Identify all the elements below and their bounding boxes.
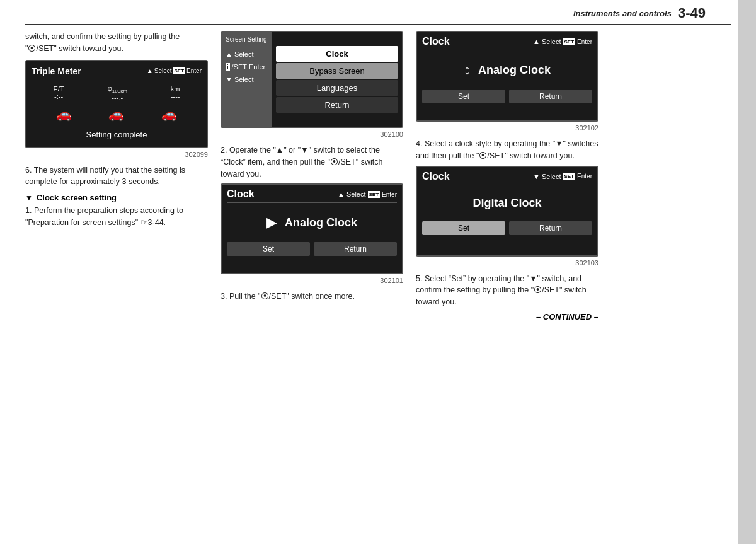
km-value: ---- (171, 93, 180, 100)
enter-label3: Enter (382, 191, 397, 198)
middle-column: Screen Setting ▲ Select i /SET Enter ▼ S… (220, 31, 403, 321)
clock-screen4-box: Clock ▲ Select SET Enter ↕ Analog Clock … (416, 31, 598, 122)
clock-header5: Clock ▼ Select SET Enter (422, 171, 592, 185)
step3-text: 3. Pull the "⦿/SET" switch once more. (220, 291, 403, 303)
enter-label4: Enter (577, 38, 592, 45)
down-arrow-icon: ▼ (533, 173, 540, 180)
clock-header3: Clock ▲ Select SET Enter (227, 188, 397, 203)
menu-item-clock: Clock (276, 46, 398, 62)
triple-meter-title-row: Triple Meter ▲ Select SET Enter (32, 66, 202, 79)
down-triangle-icon: ▼ (25, 194, 33, 202)
clock-section-heading: ▼ Clock screen setting (25, 193, 208, 202)
clock-type5: Digital Clock (472, 197, 541, 210)
clock-title4: Clock (422, 36, 450, 47)
page-number: 3-49 (678, 5, 706, 21)
screen3-caption: 302101 (220, 277, 403, 284)
step2-text: 2. Operate the "▲" or "▼" switch to sele… (220, 144, 403, 180)
triple-meter-screen: Triple Meter ▲ Select SET Enter E/T -:--… (26, 61, 207, 147)
down-arrow-icon: ▼ (226, 76, 232, 83)
car-icon-1: 🚗 (56, 107, 72, 122)
select-label4: Select (542, 38, 561, 45)
menu-left-panel: Screen Setting ▲ Select i /SET Enter ▼ S… (222, 32, 272, 127)
clock-screen5: Clock ▼ Select SET Enter Digital Clock S… (417, 167, 597, 255)
clock-screen3: Clock ▲ Select SET Enter ▶ Analog Clock … (222, 185, 402, 273)
clock-screen4: Clock ▲ Select SET Enter ↕ Analog Clock … (417, 32, 597, 120)
select-label5: Select (542, 173, 561, 180)
clock-type3: Analog Clock (285, 216, 357, 229)
screen-setting-box: Screen Setting ▲ Select i /SET Enter ▼ S… (220, 31, 403, 128)
select-up-label: Select (234, 50, 254, 58)
et-value: -:-- (54, 93, 63, 100)
screen-setting-title: Screen Setting (226, 36, 268, 43)
clock-type4: Analog Clock (478, 64, 551, 77)
clock-controls5: ▼ Select SET Enter (533, 173, 592, 180)
et-label: E/T (54, 85, 64, 93)
meter-km: km ---- (171, 85, 180, 100)
set-button4[interactable]: Set (422, 90, 505, 103)
clock-body4: ↕ Analog Clock (422, 55, 592, 84)
main-content: switch, and confirm the setting by pulli… (0, 25, 756, 328)
return-button3[interactable]: Return (314, 242, 397, 256)
return-button4[interactable]: Return (509, 90, 592, 103)
return-button5[interactable]: Return (509, 221, 592, 235)
play-arrow-icon: ▶ (266, 214, 277, 231)
clock-footer5: Set Return (422, 221, 592, 235)
menu-item-bypass: Bypass Screen (276, 63, 398, 79)
car-icon-3: 🚗 (161, 107, 177, 122)
clock-body3: ▶ Analog Clock (227, 208, 397, 237)
set-button5[interactable]: Set (422, 221, 505, 235)
set-label3: SET (368, 191, 381, 198)
up-arrow-icon: ▲ (533, 38, 540, 45)
right-column: Clock ▲ Select SET Enter ↕ Analog Clock … (416, 31, 598, 321)
slash-set-label: /SET (232, 63, 247, 71)
info-icon: i (226, 63, 230, 71)
set-label4: SET (563, 38, 576, 45)
menu-left-select-down: ▼ Select (226, 76, 268, 83)
triple-meter-title: Triple Meter (32, 66, 81, 76)
km-label: km (171, 85, 180, 93)
triple-meter-controls: ▲ Select SET Enter (147, 67, 202, 74)
enter-label: Enter (249, 63, 265, 71)
set-label5: SET (563, 173, 576, 180)
set-button3[interactable]: Set (227, 242, 310, 256)
enter-label: Enter (186, 67, 202, 74)
step4-text: 4. Select a clock style by operating the… (416, 138, 598, 162)
sidebar-bar (738, 0, 756, 544)
screen4-caption: 302102 (416, 124, 598, 132)
menu-item-return: Return (276, 97, 398, 113)
intro-text: switch, and confirm the setting by pulli… (25, 31, 208, 55)
clock-header4: Clock ▲ Select SET Enter (422, 36, 592, 50)
clock-title5: Clock (422, 171, 450, 182)
meter-icons-row: 🚗 🚗 🚗 (32, 104, 202, 124)
meter-phi: φ100km ---.- (108, 84, 127, 101)
menu-screen: Screen Setting ▲ Select i /SET Enter ▼ S… (222, 32, 402, 127)
up-arrow-icon: ▲ (226, 50, 232, 58)
up-arrow-icon: ▲ (338, 190, 345, 198)
setting-complete-label: Setting complete (32, 127, 202, 142)
step6-text: 6. The system will notify you that the s… (25, 165, 208, 188)
select-down-label: Select (234, 76, 254, 83)
car-icon-2: 🚗 (108, 107, 124, 122)
meter-et: E/T -:-- (54, 85, 64, 100)
menu-left-enter: i /SET Enter (226, 63, 268, 71)
screen2-caption: 302100 (220, 130, 403, 138)
clock-title3: Clock (227, 188, 255, 200)
menu-right-panel: Clock Bypass Screen Languages Return (272, 32, 402, 127)
menu-left-select-up: ▲ Select (226, 50, 268, 58)
screen1-caption: 302099 (25, 151, 208, 158)
select-label: Select (154, 67, 172, 74)
clock-controls3: ▲ Select SET Enter (338, 190, 397, 198)
clock-controls4: ▲ Select SET Enter (533, 38, 592, 45)
section-title: Instruments and controls (573, 9, 672, 18)
enter-label5: Enter (577, 173, 592, 180)
set-label: SET (173, 67, 186, 74)
menu-item-languages: Languages (276, 80, 398, 96)
triple-meter-data: E/T -:-- φ100km ---.- km ---- (32, 82, 202, 104)
triple-meter-screen-box: Triple Meter ▲ Select SET Enter E/T -:--… (25, 60, 208, 148)
continued-label: – CONTINUED – (416, 312, 598, 321)
up-arrow-icon: ▲ (147, 67, 153, 74)
phi-value: ---.- (112, 94, 123, 101)
clock-footer4: Set Return (422, 90, 592, 103)
section-heading-label: Clock screen setting (37, 193, 117, 202)
clock-screen3-box: Clock ▲ Select SET Enter ▶ Analog Clock … (220, 183, 403, 274)
